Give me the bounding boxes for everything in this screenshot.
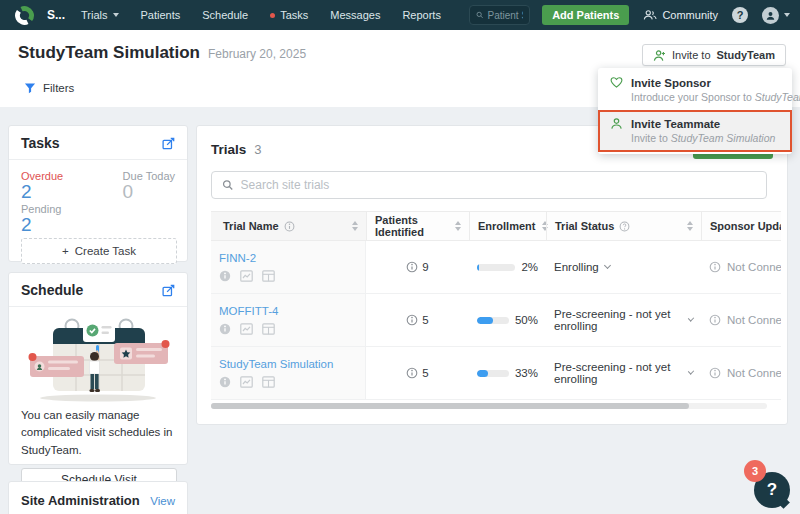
scrollbar-thumb[interactable]: [211, 403, 689, 409]
schedule-illustration: [22, 315, 174, 403]
patient-search-input[interactable]: [487, 10, 523, 21]
sort-icon[interactable]: [352, 221, 358, 231]
people-icon: [643, 9, 657, 21]
chevron-down-icon: [113, 13, 119, 17]
edit-tasks-icon[interactable]: [162, 137, 175, 150]
grid-table-icon[interactable]: [262, 323, 275, 335]
edit-schedule-icon[interactable]: [162, 284, 175, 297]
info-icon: [709, 367, 721, 379]
chevron-down-icon: [688, 368, 694, 374]
grid-table-icon[interactable]: [262, 376, 275, 388]
patients-count: 5: [422, 367, 428, 379]
invite-dropdown-menu: Invite Sponsor Introduce your Sponsor to…: [598, 68, 792, 154]
patient-search-box[interactable]: [469, 5, 530, 25]
info-filled-icon[interactable]: [219, 376, 231, 388]
menu-item-invite-teammate[interactable]: Invite Teammate Invite to StudyTeam Simu…: [598, 110, 792, 152]
sponsor-update-status: Not Connected: [727, 314, 781, 326]
column-trial-name[interactable]: Trial Name: [211, 212, 366, 240]
nav-item-tasks[interactable]: Tasks: [270, 9, 308, 21]
info-icon: [406, 314, 418, 326]
schedule-card-title: Schedule: [21, 282, 83, 298]
invite-to-studyteam-button[interactable]: Invite to StudyTeam: [642, 44, 786, 66]
top-nav: S... Trials Patients Schedule Tasks Mess…: [0, 0, 800, 30]
person-icon: [610, 117, 623, 130]
chart-icon[interactable]: [240, 376, 253, 388]
chevron-down-icon: [784, 13, 790, 17]
trial-status-dropdown[interactable]: Pre-screening - not yet enrolling: [554, 361, 683, 385]
info-icon: [406, 261, 418, 273]
site-admin-title: Site Administration: [21, 493, 140, 508]
user-menu[interactable]: [762, 7, 790, 24]
enrollment-percent: 33%: [515, 367, 538, 379]
studyteam-logo-icon: [14, 5, 35, 26]
chevron-down-icon: [688, 315, 694, 321]
trials-title: Trials: [211, 142, 246, 157]
help-circle-icon: [619, 221, 630, 232]
add-patients-button[interactable]: Add Patients: [542, 5, 629, 25]
sort-icon[interactable]: [455, 221, 461, 231]
nav-item-schedule[interactable]: Schedule: [202, 9, 248, 21]
trials-search-input[interactable]: [241, 178, 756, 192]
filter-icon: [24, 82, 36, 94]
schedule-description: You can easily manage complicated visit …: [21, 407, 175, 459]
search-icon: [222, 179, 234, 191]
nav-item-messages[interactable]: Messages: [330, 9, 380, 21]
avatar-icon: [762, 7, 779, 24]
sort-icon[interactable]: [687, 221, 693, 231]
due-today-value[interactable]: 0: [123, 182, 175, 203]
app-root: S... Trials Patients Schedule Tasks Mess…: [0, 0, 800, 514]
info-icon: [406, 367, 418, 379]
pending-value[interactable]: 2: [21, 215, 175, 236]
notification-dot-icon: [270, 13, 275, 18]
filters-button[interactable]: Filters: [24, 82, 74, 94]
sponsor-update-status: Not Connected: [727, 367, 781, 379]
patients-count: 9: [422, 261, 428, 273]
column-trial-status[interactable]: Trial Status: [546, 212, 701, 240]
info-icon: [709, 261, 721, 273]
community-link[interactable]: Community: [643, 9, 718, 21]
site-admin-view-link[interactable]: View: [150, 495, 175, 507]
column-sponsor-update[interactable]: Sponsor Update: [701, 212, 781, 240]
trials-search-box[interactable]: [211, 171, 767, 199]
info-filled-icon[interactable]: [219, 323, 231, 335]
page-date: February 20, 2025: [208, 47, 306, 61]
info-icon: [284, 221, 295, 232]
pending-label: Pending: [21, 203, 175, 215]
trial-status-dropdown[interactable]: Enrolling: [554, 261, 599, 273]
nav-item-reports[interactable]: Reports: [402, 9, 441, 21]
tasks-card: Tasks Overdue 2 Pending 2 Due Today 0 +: [8, 125, 188, 262]
enrollment-progress-bar: [477, 370, 509, 377]
chart-icon[interactable]: [240, 323, 253, 335]
enrollment-percent: 50%: [515, 314, 538, 326]
trial-name-link[interactable]: StudyTeam Simulation: [219, 358, 333, 370]
info-filled-icon[interactable]: [219, 270, 231, 282]
nav-item-patients[interactable]: Patients: [141, 9, 181, 21]
site-administration-card: Site Administration View: [8, 481, 188, 514]
horizontal-scrollbar[interactable]: [211, 403, 767, 409]
page-title: StudyTeam Simulation: [18, 43, 200, 63]
grid-table-icon[interactable]: [262, 270, 275, 282]
column-patients-identified[interactable]: Patients Identified: [366, 212, 469, 240]
enrollment-progress-bar: [477, 317, 509, 324]
trial-name-link[interactable]: FINN-2: [219, 252, 256, 264]
help-badge: 3: [744, 460, 766, 482]
nav-item-trials[interactable]: Trials: [81, 9, 118, 21]
menu-item-invite-sponsor[interactable]: Invite Sponsor Introduce your Sponsor to…: [598, 70, 792, 110]
search-icon: [476, 10, 484, 20]
create-task-button[interactable]: + Create Task: [21, 238, 177, 264]
patients-count: 5: [422, 314, 428, 326]
chart-icon[interactable]: [240, 270, 253, 282]
enrollment-progress-bar: [477, 264, 515, 271]
help-icon[interactable]: ?: [732, 7, 748, 23]
tasks-card-title: Tasks: [21, 135, 60, 151]
table-row: MOFFITT-4 5 50%: [211, 294, 781, 347]
column-enrollment[interactable]: Enrollment: [469, 212, 546, 240]
trial-name-link[interactable]: MOFFITT-4: [219, 305, 278, 317]
table-row: StudyTeam Simulation 5 33%: [211, 347, 781, 400]
trial-status-dropdown[interactable]: Pre-screening - not yet enrolling: [554, 308, 683, 332]
table-header-row: Trial Name Patients Identified Enro: [211, 211, 781, 241]
schedule-card: Schedule: [8, 272, 188, 465]
trials-panel: Trials 3 Create Trial Trial Name: [196, 125, 788, 425]
table-row: FINN-2 9 2%: [211, 241, 781, 294]
nav-brand[interactable]: S...: [47, 8, 65, 22]
